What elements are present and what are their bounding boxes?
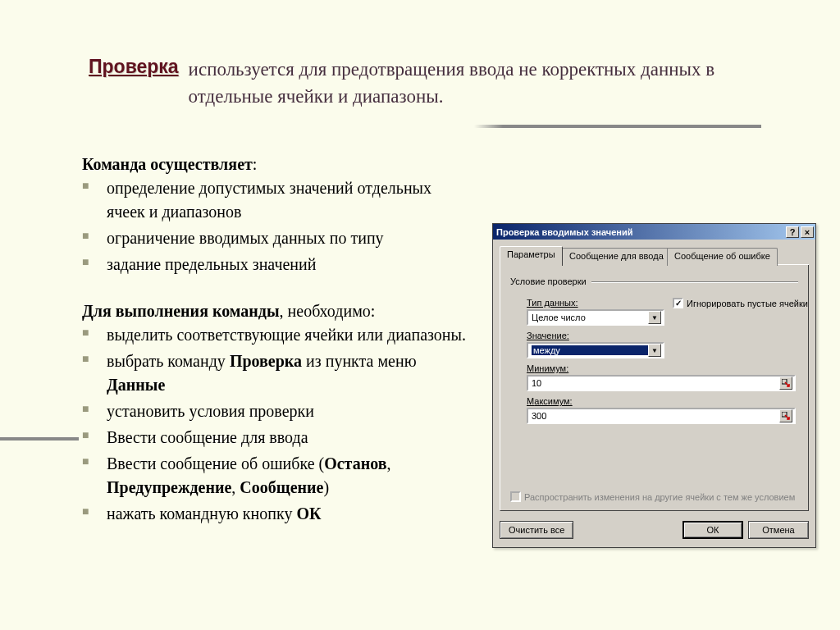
dialog-titlebar[interactable]: Проверка вводимых значений ? × xyxy=(493,224,815,240)
spread-label: Распространить изменения на другие ячейк… xyxy=(524,492,795,502)
type-select[interactable]: Целое число ▼ xyxy=(527,309,664,326)
tab-pane-parameters: Условие проверки Тип данных: Целое число… xyxy=(500,265,809,511)
type-label: Тип данных: xyxy=(527,298,578,308)
list-item: выделить соответствующие ячейки или диап… xyxy=(82,323,468,347)
validation-dialog: Проверка вводимых значений ? × Параметры… xyxy=(492,223,816,548)
value-label: Значение: xyxy=(527,331,569,340)
list-item: ограничение вводимых данных по типу xyxy=(82,226,468,250)
section1-list: определение допустимых значений отдельны… xyxy=(82,176,468,276)
range-select-icon[interactable] xyxy=(779,377,792,390)
page-title-link: Проверка xyxy=(89,56,179,78)
main-content: Команда осуществляет: определение допуст… xyxy=(82,153,468,549)
list-item: определение допустимых значений отдельны… xyxy=(82,176,468,224)
tabs: Параметры Сообщение для ввода Сообщение … xyxy=(500,246,809,265)
page-subtitle: используется для предотвращения ввода не… xyxy=(189,56,791,111)
list-item: установить условия проверки xyxy=(82,399,468,423)
list-item: Ввести сообщение об ошибке (Останов, Пре… xyxy=(82,452,468,500)
chevron-down-icon[interactable]: ▼ xyxy=(648,344,661,357)
value-select[interactable]: между ▼ xyxy=(527,342,664,358)
tab-input-message[interactable]: Сообщение для ввода xyxy=(562,248,671,266)
section2-title: Для выполнения команды, необходимо: xyxy=(82,299,468,323)
ok-button[interactable]: ОК xyxy=(682,521,743,539)
tab-parameters[interactable]: Параметры xyxy=(500,246,563,266)
close-button[interactable]: × xyxy=(801,226,814,238)
value-value: между xyxy=(532,345,648,355)
list-item: нажать командную кнопку ОК xyxy=(82,502,468,526)
tab-error-message[interactable]: Сообщение об ошибке xyxy=(667,248,778,266)
divider-left xyxy=(0,437,79,441)
ignore-blank-label: Игнорировать пустые ячейки xyxy=(687,299,808,308)
type-value: Целое число xyxy=(532,313,586,322)
section2-list: выделить соответствующие ячейки или диап… xyxy=(82,323,468,526)
cancel-button[interactable]: Отмена xyxy=(748,521,809,539)
divider-top xyxy=(474,125,761,128)
max-label: Максимум: xyxy=(527,396,573,406)
min-value: 10 xyxy=(532,378,541,388)
max-input[interactable]: 300 xyxy=(527,408,796,424)
spread-checkbox xyxy=(510,491,521,502)
list-item: Ввести сообщение для ввода xyxy=(82,426,468,450)
help-button[interactable]: ? xyxy=(786,226,799,238)
group-label: Условие проверки xyxy=(510,276,587,286)
list-item: задание предельных значений xyxy=(82,253,468,276)
chevron-down-icon[interactable]: ▼ xyxy=(648,311,661,324)
section1-title: Команда осуществляет: xyxy=(82,153,468,176)
min-label: Минимум: xyxy=(527,363,568,373)
ignore-blank-checkbox[interactable]: ✓ xyxy=(673,298,683,308)
min-input[interactable]: 10 xyxy=(527,375,796,391)
dialog-title: Проверка вводимых значений xyxy=(496,227,633,237)
max-value: 300 xyxy=(532,411,546,421)
list-item: выбрать команду Проверка из пункта меню … xyxy=(82,349,468,397)
range-select-icon[interactable] xyxy=(779,409,792,422)
clear-all-button[interactable]: Очистить все xyxy=(500,521,573,539)
